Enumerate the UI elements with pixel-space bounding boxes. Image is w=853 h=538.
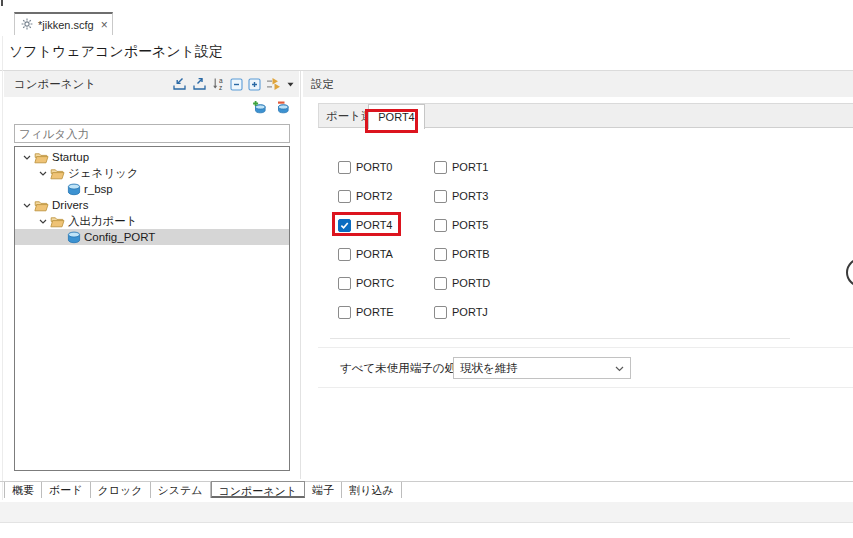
folder-icon xyxy=(33,151,50,164)
svg-text:z: z xyxy=(219,84,222,91)
window-corner-fragment xyxy=(1,0,3,6)
close-icon[interactable]: × xyxy=(101,18,108,32)
edge-circle-fragment xyxy=(846,258,853,287)
settings-panel-header: 設定 xyxy=(303,71,853,97)
bottom-tab-bar: 概要ボードクロックシステムコンポーネント端子割り込み xyxy=(4,482,402,498)
port-checkbox-port0[interactable]: PORT0 xyxy=(338,161,434,174)
tree-item-r_bsp[interactable]: r_bsp xyxy=(15,181,289,197)
sort-icon[interactable]: az xyxy=(212,77,225,91)
unused-pins-value: 現状を維持 xyxy=(460,361,615,376)
port-tab-strip: ポート選択 PORT4 xyxy=(318,103,853,128)
unused-pins-section: すべて未使用端子の処理 現状を維持 xyxy=(318,347,853,388)
port-checkbox-porte[interactable]: PORTE xyxy=(338,306,434,319)
unused-pins-select[interactable]: 現状を維持 xyxy=(453,357,631,379)
bottom-tab-ボード[interactable]: ボード xyxy=(42,482,91,498)
editor-tab-title: *jikken.scfg xyxy=(38,19,94,31)
checkbox-unchecked-icon[interactable] xyxy=(338,190,351,203)
folder-icon xyxy=(49,215,66,228)
filter-input[interactable] xyxy=(14,124,290,143)
folder-icon xyxy=(49,167,66,180)
port-checkbox-label: PORTC xyxy=(356,277,394,290)
port-checkbox-portj[interactable]: PORTJ xyxy=(434,306,530,319)
editor-tab-jikken-scfg[interactable]: *jikken.scfg × xyxy=(14,12,113,35)
export-icon[interactable] xyxy=(192,77,207,91)
checkbox-unchecked-icon[interactable] xyxy=(434,161,447,174)
tree-item-label: 入出力ポート xyxy=(68,214,138,229)
settings-panel-title: 設定 xyxy=(311,77,334,92)
port-checkbox-port2[interactable]: PORT2 xyxy=(338,190,434,203)
tab-port4-label: PORT4 xyxy=(378,111,414,123)
port-checkbox-port3[interactable]: PORT3 xyxy=(434,190,530,203)
import-icon[interactable] xyxy=(172,77,187,91)
collapse-all-icon[interactable] xyxy=(230,78,243,91)
smart-configurator-window: *jikken.scfg × ソフトウェアコンポーネント設定 コンポーネント a… xyxy=(0,0,853,538)
tree-expander-icon[interactable] xyxy=(37,219,49,224)
component-tree: Startupジェネリックr_bspDrivers入出力ポートConfig_PO… xyxy=(14,146,290,471)
component-icon xyxy=(65,183,82,196)
checkbox-unchecked-icon[interactable] xyxy=(338,248,351,261)
component-icon xyxy=(65,231,82,244)
tree-item-label: ジェネリック xyxy=(68,166,139,181)
port-checkbox-port1[interactable]: PORT1 xyxy=(434,161,530,174)
tree-item-label: Startup xyxy=(52,151,89,163)
port-checkbox-label: PORTE xyxy=(356,306,394,319)
port-checkbox-portc[interactable]: PORTC xyxy=(338,277,434,290)
port-checkbox-porta[interactable]: PORTA xyxy=(338,248,434,261)
bottom-tab-コンポーネント[interactable]: コンポーネント xyxy=(211,481,306,498)
checkbox-unchecked-icon[interactable] xyxy=(338,306,351,319)
checkbox-unchecked-icon[interactable] xyxy=(434,219,447,232)
checkbox-unchecked-icon[interactable] xyxy=(434,190,447,203)
port-checkbox-portd[interactable]: PORTD xyxy=(434,277,530,290)
tree-item-入出力ポート[interactable]: 入出力ポート xyxy=(15,213,289,229)
bottom-tab-端子[interactable]: 端子 xyxy=(305,482,342,498)
bottom-tab-割り込み[interactable]: 割り込み xyxy=(342,482,402,498)
port-checkbox-portb[interactable]: PORTB xyxy=(434,248,530,261)
configure-icon[interactable] xyxy=(266,77,282,91)
components-panel-header: コンポーネント az xyxy=(4,71,299,97)
port-checkbox-grid: PORT0PORT1PORT2PORT3PORT4PORT5PORTAPORTB… xyxy=(338,161,530,335)
tree-expander-icon[interactable] xyxy=(21,203,33,208)
checkbox-unchecked-icon[interactable] xyxy=(434,248,447,261)
checkbox-checked-icon[interactable] xyxy=(338,219,351,232)
checkbox-unchecked-icon[interactable] xyxy=(338,161,351,174)
chevron-down-icon xyxy=(615,362,624,374)
checkbox-unchecked-icon[interactable] xyxy=(434,306,447,319)
panel-divider xyxy=(300,71,301,479)
tree-item-label: r_bsp xyxy=(84,183,113,195)
remove-component-icon[interactable] xyxy=(275,100,291,119)
port-checkbox-port4[interactable]: PORT4 xyxy=(338,219,434,232)
tree-item-Drivers[interactable]: Drivers xyxy=(15,197,289,213)
tree-item-Startup[interactable]: Startup xyxy=(15,149,289,165)
port-checkbox-label: PORT4 xyxy=(356,219,392,232)
bottom-tab-システム[interactable]: システム xyxy=(151,482,211,498)
port-checkbox-label: PORT5 xyxy=(452,219,488,232)
tab-port4[interactable]: PORT4 xyxy=(368,104,425,129)
port-checkbox-label: PORTD xyxy=(452,277,490,290)
component-actions xyxy=(4,100,299,119)
tree-expander-icon[interactable] xyxy=(37,171,49,176)
components-toolbar: az xyxy=(172,77,294,91)
tree-item-label: Drivers xyxy=(52,199,88,211)
checkbox-unchecked-icon[interactable] xyxy=(338,277,351,290)
section-separator xyxy=(330,338,790,339)
port-checkbox-label: PORTA xyxy=(356,248,393,261)
components-panel-title: コンポーネント xyxy=(14,77,172,92)
footer-band xyxy=(0,502,853,523)
port-checkbox-port5[interactable]: PORT5 xyxy=(434,219,530,232)
dropdown-caret-icon[interactable] xyxy=(287,82,294,87)
tree-item-ジェネリック[interactable]: ジェネリック xyxy=(15,165,289,181)
left-edge-border xyxy=(2,36,3,500)
port-checkbox-label: PORT3 xyxy=(452,190,488,203)
checkbox-unchecked-icon[interactable] xyxy=(434,277,447,290)
port-checkbox-label: PORT0 xyxy=(356,161,392,174)
expand-all-icon[interactable] xyxy=(248,78,261,91)
tree-item-label: Config_PORT xyxy=(84,231,155,243)
page-title: ソフトウェアコンポーネント設定 xyxy=(9,43,223,61)
bottom-tab-概要[interactable]: 概要 xyxy=(4,482,42,498)
folder-icon xyxy=(33,199,50,212)
tree-expander-icon[interactable] xyxy=(21,155,33,160)
port-checkbox-label: PORTJ xyxy=(452,306,488,319)
bottom-tab-クロック[interactable]: クロック xyxy=(91,482,151,498)
tree-item-Config_PORT[interactable]: Config_PORT xyxy=(15,229,289,245)
add-component-icon[interactable] xyxy=(252,100,268,119)
